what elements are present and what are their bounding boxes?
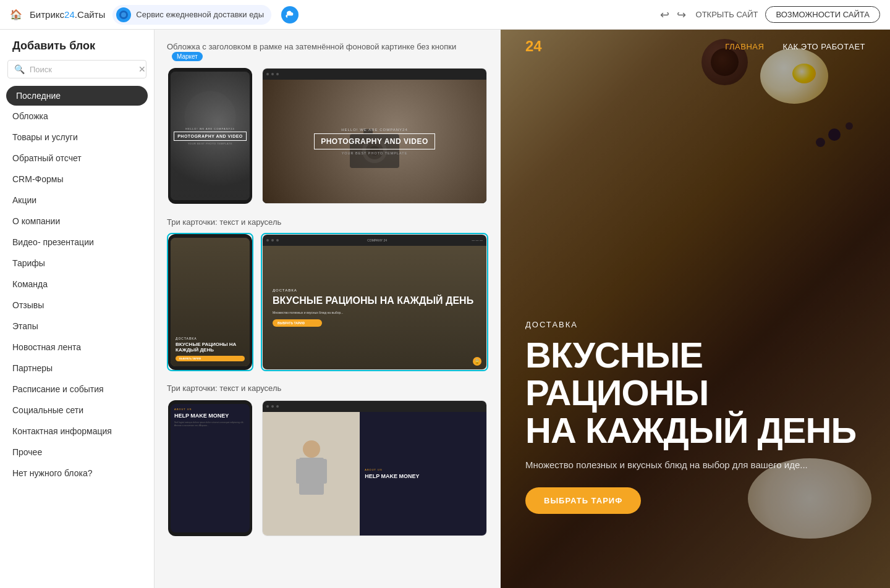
sidebar-item-about[interactable]: О компании	[0, 211, 154, 232]
block3-desktop-thumb[interactable]: ABOUT US HELP MAKE MONEY	[261, 399, 488, 537]
close-search-icon[interactable]: ✕	[138, 64, 146, 74]
delivery-title-desktop: ВКУСНЫЕ РАЦИОНЫ НА КАЖДЫЙ ДЕНЬ	[273, 295, 477, 306]
sidebar-item-team[interactable]: Команда	[0, 274, 154, 295]
photo-sub-desktop: YOUR BEST PHOTO TEMPLATE	[314, 151, 435, 155]
redo-button[interactable]: ↪	[674, 6, 689, 24]
block3-thumbnails: ABOUT US HELP MAKE MONEY Sed fugiat nato…	[167, 399, 488, 537]
sidebar-item-social[interactable]: Социальные сети	[0, 400, 154, 421]
features-button[interactable]: ВОЗМОЖНОСТИ САЙТА	[765, 6, 880, 23]
topbar-logo: Битрикс24.Сайты	[30, 9, 105, 20]
svg-rect-8	[296, 459, 304, 484]
hero-content: ДОСТАВКА ВКУСНЫЕ РАЦИОНЫ НА КАЖДЫЙ ДЕНЬ …	[525, 320, 865, 514]
left-panel-header: Добавить блок	[0, 30, 154, 60]
logo-suffix: .Сайты	[75, 9, 106, 20]
sidebar-item-partners[interactable]: Партнеры	[0, 358, 154, 379]
sidebar-item-news[interactable]: Новостная лента	[0, 337, 154, 358]
sidebar-item-video[interactable]: Видео- презентации	[0, 232, 154, 253]
sidebar-item-other[interactable]: Прочее	[0, 442, 154, 463]
sidebar-item-last[interactable]: Последние	[6, 86, 148, 106]
site-label: Сервис ежедневной доставки еды	[136, 10, 264, 19]
help-about-phone: ABOUT US	[174, 408, 246, 411]
block1-desktop-thumb[interactable]: HELLO! WE ARE COMPANY24 PHOTOGRAPHY AND …	[261, 67, 488, 205]
nav-how-link[interactable]: КАК ЭТО РАБОТАЕТ	[782, 42, 865, 51]
sidebar-item-contacts[interactable]: Контактная информация	[0, 421, 154, 442]
help-title-phone: HELP MAKE MONEY	[174, 413, 246, 419]
block1-phone-thumb[interactable]: HELLO! WE ARE COMPANY24 PHOTOGRAPHY AND …	[167, 67, 253, 205]
topbar: 🏠 Битрикс24.Сайты Сервис ежедневной дост…	[0, 0, 890, 30]
nav-main-link[interactable]: ГЛАВНАЯ	[725, 42, 764, 51]
website-preview: 24 ГЛАВНАЯ КАК ЭТО РАБОТАЕТ ДОСТАВКА ВКУ…	[501, 30, 890, 588]
search-box[interactable]: 🔍 ✕	[7, 60, 146, 78]
hero-cta-button[interactable]: ВЫБРАТЬ ТАРИФ	[525, 487, 641, 514]
left-panel: Добавить блок 🔍 ✕ Последние Обложка Това…	[0, 30, 155, 588]
block-group-label-3: Три карточки: текст и карусель	[167, 384, 488, 393]
search-input[interactable]	[30, 65, 134, 74]
sidebar-item-countdown[interactable]: Обратный отсчет	[0, 148, 154, 169]
open-site-button[interactable]: ОТКРЫТЬ САЙТ	[696, 10, 758, 19]
site-logo: 24	[525, 38, 542, 55]
hero-title-line2: НА КАЖДЫЙ ДЕНЬ	[525, 410, 856, 450]
sidebar-item-stages[interactable]: Этапы	[0, 316, 154, 337]
block-group-photography: Обложка с заголовком в рамке на затемнён…	[167, 42, 488, 205]
delivery-title-phone: ВКУСНЫЕ РАЦИОНЫ НА КАЖДЫЙ ДЕНЬ	[176, 342, 245, 353]
sidebar-item-goods[interactable]: Товары и услуги	[0, 127, 154, 148]
logo-24: 24	[64, 9, 75, 20]
help-title-desktop: HELP MAKE MONEY	[365, 473, 481, 480]
delivery-btn-phone[interactable]: ВЫБРАТЬ ТАРИФ	[176, 356, 245, 361]
sidebar-item-crm[interactable]: CRM-Формы	[0, 169, 154, 190]
delivery-btn-desktop[interactable]: ВЫБРАТЬ ТАРИФ	[273, 319, 322, 327]
site-nav-links: ГЛАВНАЯ КАК ЭТО РАБОТАЕТ	[725, 42, 865, 51]
block-group-label-1: Обложка с заголовком в рамке на затемнён…	[167, 42, 488, 61]
site-logo-24: 24	[525, 38, 542, 54]
site-nav: 24 ГЛАВНАЯ КАК ЭТО РАБОТАЕТ	[501, 30, 890, 63]
sidebar-item-schedule[interactable]: Расписание и события	[0, 379, 154, 400]
sidebar-item-cover[interactable]: Обложка	[0, 106, 154, 127]
blocks-panel: Обложка с заголовком в рамке на затемнён…	[155, 30, 501, 588]
block2-phone-thumb[interactable]: ДОСТАВКА ВКУСНЫЕ РАЦИОНЫ НА КАЖДЫЙ ДЕНЬ …	[167, 233, 253, 371]
search-icon: 🔍	[14, 64, 25, 74]
lock-icon: 🔒	[473, 357, 481, 366]
svg-point-6	[303, 440, 320, 458]
block-group-delivery: Три карточки: текст и карусель ДОСТАВКА …	[167, 217, 488, 371]
undo-redo-group: ↩ ↪	[658, 6, 689, 24]
block-group-label-2: Три карточки: текст и карусель	[167, 217, 488, 227]
sidebar-item-promo[interactable]: Акции	[0, 190, 154, 211]
photo-sub-phone: YOUR BEST PHOTO TEMPLATE	[174, 142, 247, 145]
cloud-sync-icon	[281, 6, 299, 23]
block-group-help: Три карточки: текст и карусель ABOUT US …	[167, 384, 488, 537]
home-icon[interactable]: 🏠	[10, 9, 22, 20]
logo-text: Битрикс	[30, 9, 64, 20]
undo-button[interactable]: ↩	[658, 6, 672, 24]
sidebar-item-noblock[interactable]: Нет нужного блока?	[0, 463, 154, 484]
main-layout: Добавить блок 🔍 ✕ Последние Обложка Това…	[0, 30, 890, 588]
website-preview-panel: 24 ГЛАВНАЯ КАК ЭТО РАБОТАЕТ ДОСТАВКА ВКУ…	[501, 30, 890, 588]
market-badge: Маркет	[172, 52, 203, 61]
hero-delivery-label: ДОСТАВКА	[525, 320, 865, 329]
block2-thumbnails: ДОСТАВКА ВКУСНЫЕ РАЦИОНЫ НА КАЖДЫЙ ДЕНЬ …	[167, 233, 488, 371]
svg-rect-9	[319, 459, 327, 484]
sidebar-item-tariffs[interactable]: Тарифы	[0, 253, 154, 274]
hero-title: ВКУСНЫЕ РАЦИОНЫ НА КАЖДЫЙ ДЕНЬ	[525, 337, 865, 450]
sidebar-item-reviews[interactable]: Отзывы	[0, 295, 154, 316]
site-pill[interactable]: Сервис ежедневной доставки еды	[112, 5, 271, 25]
block1-thumbnails: HELLO! WE ARE COMPANY24 PHOTOGRAPHY AND …	[167, 67, 488, 205]
block3-phone-thumb[interactable]: ABOUT US HELP MAKE MONEY Sed fugiat nato…	[167, 399, 253, 537]
hero-subtitle: Множество полезных и вкусных блюд на выб…	[525, 460, 834, 470]
block2-desktop-thumb[interactable]: COMPANY 24 — — — ДОСТАВКА ВКУСНЫЕ РАЦИОН…	[261, 233, 488, 371]
site-favicon	[116, 7, 131, 22]
photo-title-phone: PHOTOGRAPHY AND VIDEO	[174, 132, 247, 141]
help-about-desktop: ABOUT US	[365, 468, 481, 471]
category-nav: Последние Обложка Товары и услуги Обратн…	[0, 83, 154, 588]
hero-title-line1: ВКУСНЫЕ РАЦИОНЫ	[525, 335, 708, 413]
delivery-label-phone: ДОСТАВКА	[176, 337, 245, 340]
delivery-label-desktop: ДОСТАВКА	[273, 288, 477, 292]
photo-title-desktop: PHOTOGRAPHY AND VIDEO	[314, 133, 435, 149]
panel-title: Добавить блок	[12, 40, 142, 52]
